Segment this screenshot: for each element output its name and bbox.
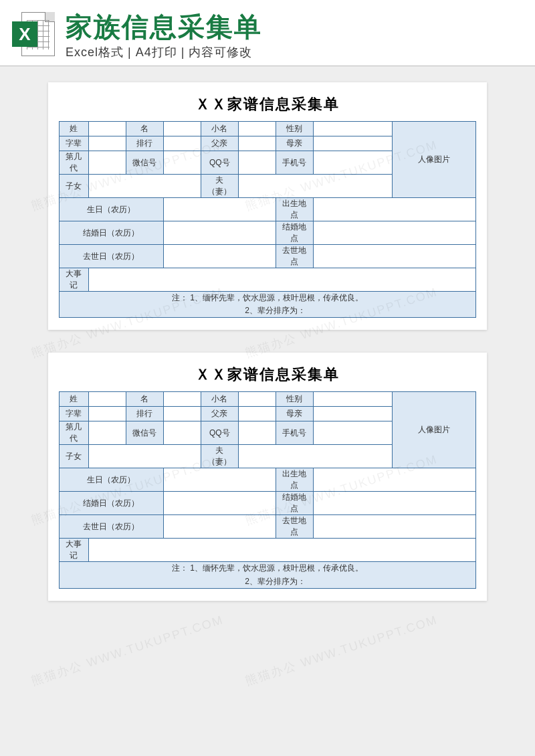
- label-wed-date: 结婚日（农历）: [60, 492, 164, 515]
- label-birthplace: 出生地点: [276, 198, 313, 221]
- field-gender[interactable]: [313, 392, 392, 407]
- label-birthday: 生日（农历）: [60, 468, 164, 492]
- label-surname: 姓: [60, 392, 89, 407]
- label-spouse: 夫（妻）: [201, 445, 238, 468]
- label-events: 大事记: [60, 539, 89, 562]
- field-mother[interactable]: [313, 136, 392, 151]
- field-mother[interactable]: [313, 407, 392, 421]
- label-photo: 人像图片: [393, 392, 476, 468]
- label-children: 子女: [60, 175, 89, 198]
- field-wed-date[interactable]: [163, 221, 276, 245]
- field-generation-name[interactable]: [88, 136, 126, 151]
- field-wed-place[interactable]: [313, 492, 475, 515]
- field-birthplace[interactable]: [313, 468, 475, 492]
- field-death-date[interactable]: [163, 245, 276, 268]
- label-generation-name: 字辈: [60, 407, 89, 421]
- label-rank: 排行: [126, 136, 163, 151]
- field-gen-no[interactable]: [88, 421, 126, 445]
- label-wechat: 微信号: [126, 421, 163, 445]
- label-death-date: 去世日（农历）: [60, 245, 164, 268]
- field-spouse[interactable]: [238, 445, 392, 468]
- field-given[interactable]: [163, 122, 201, 136]
- field-spouse[interactable]: [238, 175, 392, 198]
- label-mother: 母亲: [276, 407, 313, 421]
- field-given[interactable]: [163, 392, 201, 407]
- label-phone: 手机号: [276, 421, 313, 445]
- label-surname: 姓: [60, 122, 89, 136]
- header-divider: [0, 66, 535, 66]
- field-wechat[interactable]: [163, 151, 201, 175]
- label-nickname: 小名: [201, 392, 238, 407]
- notes-cell: 注： 1、缅怀先辈，饮水思源，枝叶思根，传承优良。 2、辈分排序为：: [60, 562, 476, 588]
- field-events[interactable]: [88, 268, 475, 292]
- label-qq: QQ号: [201, 421, 238, 445]
- field-surname[interactable]: [88, 122, 126, 136]
- header-subtitle: Excel格式 | A4打印 | 内容可修改: [66, 44, 523, 60]
- watermark-text: 熊猫办公 WWW.TUKUPPT.COM: [29, 611, 226, 689]
- field-nickname[interactable]: [238, 122, 276, 136]
- notes-cell: 注： 1、缅怀先辈，饮水思源，枝叶思根，传承优良。 2、辈分排序为：: [60, 292, 476, 318]
- field-surname[interactable]: [88, 392, 126, 407]
- field-death-place[interactable]: [313, 515, 475, 539]
- label-spouse: 夫（妻）: [201, 175, 238, 198]
- field-qq[interactable]: [238, 421, 276, 445]
- field-qq[interactable]: [238, 151, 276, 175]
- form-title: ＸＸ家谱信息采集单: [59, 92, 476, 121]
- label-wed-place: 结婚地点: [276, 492, 313, 515]
- field-phone[interactable]: [313, 421, 392, 445]
- field-children[interactable]: [88, 175, 201, 198]
- note-2: 2、辈分排序为：: [245, 577, 306, 586]
- label-birthday: 生日（农历）: [60, 198, 164, 221]
- label-gender: 性别: [276, 122, 313, 136]
- field-gen-no[interactable]: [88, 151, 126, 175]
- excel-x-badge: X: [12, 21, 37, 47]
- field-gender[interactable]: [313, 122, 392, 136]
- form-table: 姓 名 小名 性别 人像图片 字辈 排行 父亲 母亲 第几代 微信号 QQ号: [59, 391, 476, 588]
- field-wed-place[interactable]: [313, 221, 475, 245]
- label-qq: QQ号: [201, 151, 238, 175]
- label-given: 名: [126, 122, 163, 136]
- label-children: 子女: [60, 445, 89, 468]
- field-birthplace[interactable]: [313, 198, 475, 221]
- label-photo: 人像图片: [393, 122, 476, 198]
- label-gender: 性别: [276, 392, 313, 407]
- field-wechat[interactable]: [163, 421, 201, 445]
- field-nickname[interactable]: [238, 392, 276, 407]
- label-death-place: 去世地点: [276, 515, 313, 539]
- label-death-place: 去世地点: [276, 245, 313, 268]
- page-header: X 家族信息采集单 Excel格式 | A4打印 | 内容可修改: [0, 0, 535, 66]
- watermark-text: 熊猫办公 WWW.TUKUPPT.COM: [243, 611, 440, 689]
- field-rank[interactable]: [163, 407, 201, 421]
- field-father[interactable]: [238, 136, 276, 151]
- field-birthday[interactable]: [163, 198, 276, 221]
- field-father[interactable]: [238, 407, 276, 421]
- note-2: 2、辈分排序为：: [245, 306, 306, 315]
- label-events: 大事记: [60, 268, 89, 292]
- field-death-date[interactable]: [163, 515, 276, 539]
- label-generation-name: 字辈: [60, 136, 89, 151]
- label-death-date: 去世日（农历）: [60, 515, 164, 539]
- field-birthday[interactable]: [163, 468, 276, 492]
- note-1: 1、缅怀先辈，饮水思源，枝叶思根，传承优良。: [190, 293, 363, 302]
- header-title: 家族信息采集单: [66, 12, 523, 41]
- field-death-place[interactable]: [313, 245, 475, 268]
- label-wed-place: 结婚地点: [276, 221, 313, 245]
- field-wed-date[interactable]: [163, 492, 276, 515]
- field-children[interactable]: [88, 445, 201, 468]
- field-generation-name[interactable]: [88, 407, 126, 421]
- label-wechat: 微信号: [126, 151, 163, 175]
- label-rank: 排行: [126, 407, 163, 421]
- label-gen-no: 第几代: [60, 421, 89, 445]
- field-events[interactable]: [88, 539, 475, 562]
- notes-label: 注：: [172, 563, 188, 573]
- label-given: 名: [126, 392, 163, 407]
- label-phone: 手机号: [276, 151, 313, 175]
- form-sheet: ＸＸ家谱信息采集单 姓 名 小名 性别 人像图片 字辈 排行 父亲 母亲: [48, 353, 487, 600]
- form-table: 姓 名 小名 性别 人像图片 字辈 排行 父亲 母亲 第几代 微信号 QQ号: [59, 121, 476, 318]
- label-father: 父亲: [201, 136, 238, 151]
- field-phone[interactable]: [313, 151, 392, 175]
- field-rank[interactable]: [163, 136, 201, 151]
- form-sheet: ＸＸ家谱信息采集单 姓 名 小名 性别 人像图片 字辈 排行 父亲 母亲: [48, 82, 487, 330]
- label-birthplace: 出生地点: [276, 468, 313, 492]
- label-father: 父亲: [201, 407, 238, 421]
